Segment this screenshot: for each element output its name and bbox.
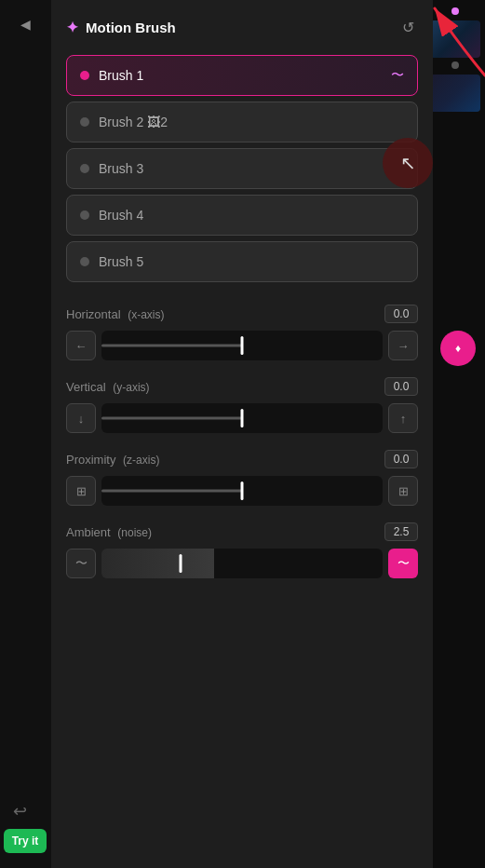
vertical-left-btn[interactable]: ↓ <box>66 403 96 433</box>
brush-left-5: Brush 5 <box>80 254 143 269</box>
proximity-fill <box>101 490 242 493</box>
brush-label-2: Brush 2 🖼2 <box>99 115 168 129</box>
vertical-value: 0.0 <box>384 377 418 396</box>
brush-left-1: Brush 1 <box>80 68 143 83</box>
horizontal-thumb <box>241 336 244 355</box>
vertical-label: Vertical (y-axis) <box>66 380 150 394</box>
vertical-label-row: Vertical (y-axis) 0.0 <box>66 377 418 396</box>
brush-label-4: Brush 4 <box>99 208 143 223</box>
undo-icon: ↩ <box>13 802 27 821</box>
right-panel <box>424 0 485 868</box>
pink-action-button[interactable]: ♦ <box>440 331 476 366</box>
horizontal-label: Horizontal (x-axis) <box>66 307 164 321</box>
vertical-slider[interactable] <box>101 403 383 433</box>
brush-dot-2 <box>80 117 89 127</box>
ambient-thumb <box>179 554 182 573</box>
brush-dot-1 <box>80 71 89 80</box>
ambient-label: Ambient (noise) <box>66 525 152 539</box>
reset-button[interactable]: ↺ <box>398 15 418 40</box>
thumb-dot-1 <box>451 7 459 15</box>
brush-left-4: Brush 4 <box>80 208 143 223</box>
proximity-left-icon: ⊞ <box>76 484 87 498</box>
brush-left-3: Brush 3 <box>80 161 143 176</box>
brush-waveform-icon-1: 〜 <box>391 67 404 84</box>
thumb-dot-2 <box>451 61 459 69</box>
horizontal-label-row: Horizontal (x-axis) 0.0 <box>66 305 418 323</box>
pink-action-icon: ♦ <box>455 342 461 355</box>
brush-label-3: Brush 3 <box>99 161 143 176</box>
proximity-label: Proximity (z-axis) <box>66 453 159 467</box>
brush-dot-3 <box>80 164 89 173</box>
horizontal-value: 0.0 <box>384 305 418 323</box>
cursor-icon: ↖ <box>400 152 416 174</box>
proximity-left-btn[interactable]: ⊞ <box>66 476 96 506</box>
ambient-slider-row: 〜 〜 <box>66 549 418 578</box>
try-it-button[interactable]: Try it <box>4 829 47 853</box>
proximity-thumb <box>241 481 244 500</box>
brush-label-5: Brush 5 <box>99 254 143 269</box>
panel-title-text: Motion Brush <box>86 20 176 35</box>
vertical-thumb <box>241 409 244 427</box>
vertical-right-icon: ↑ <box>400 412 407 426</box>
ambient-waveform-icon: 〜 <box>397 555 410 572</box>
ambient-waveform-btn[interactable]: 〜 <box>388 549 418 578</box>
ambient-slider[interactable] <box>101 549 383 578</box>
proximity-value: 0.0 <box>384 450 418 468</box>
proximity-label-row: Proximity (z-axis) 0.0 <box>66 450 418 468</box>
brush-item-3[interactable]: Brush 3 <box>66 148 418 189</box>
vertical-control: Vertical (y-axis) 0.0 ↓ ↑ <box>66 377 418 433</box>
brush-dot-5 <box>80 257 89 266</box>
brush-list: Brush 1 〜 Brush 2 🖼2 Brush 3 Brush 4 <box>66 55 418 282</box>
vertical-slider-row: ↓ ↑ <box>66 403 418 433</box>
thumbnail-2[interactable] <box>430 75 480 112</box>
horizontal-left-icon: ← <box>75 339 88 353</box>
main-panel: ✦ Motion Brush ↺ Brush 1 〜 Brush 2 🖼2 Br… <box>51 0 433 868</box>
horizontal-right-icon: → <box>397 339 410 353</box>
proximity-control: Proximity (z-axis) 0.0 ⊞ ⊞ <box>66 450 418 506</box>
horizontal-left-btn[interactable]: ← <box>66 331 96 360</box>
horizontal-fill <box>101 345 242 347</box>
undo-button[interactable]: ↩ <box>13 801 27 821</box>
left-sidebar: ◀ Try it ↩ <box>0 0 51 868</box>
brush-label-1: Brush 1 <box>99 68 143 83</box>
horizontal-slider-row: ← → <box>66 331 418 360</box>
brush-item-5[interactable]: Brush 5 <box>66 241 418 282</box>
cursor-overlay: ↖ <box>383 138 433 188</box>
motion-brush-icon: ✦ <box>66 19 78 36</box>
proximity-right-icon: ⊞ <box>398 484 409 498</box>
ambient-left-btn[interactable]: 〜 <box>66 549 96 578</box>
proximity-slider-row: ⊞ ⊞ <box>66 476 418 506</box>
horizontal-control: Horizontal (x-axis) 0.0 ← → <box>66 305 418 360</box>
panel-header: ✦ Motion Brush ↺ <box>66 15 418 40</box>
vertical-fill <box>101 417 242 420</box>
ambient-value: 2.5 <box>384 522 418 541</box>
vertical-left-icon: ↓ <box>78 412 85 426</box>
proximity-right-btn[interactable]: ⊞ <box>388 476 418 506</box>
brush-item-4[interactable]: Brush 4 <box>66 195 418 236</box>
brush-left-2: Brush 2 🖼2 <box>80 115 168 129</box>
horizontal-slider[interactable] <box>101 331 383 360</box>
brush-item-2[interactable]: Brush 2 🖼2 <box>66 102 418 142</box>
ambient-control: Ambient (noise) 2.5 〜 〜 <box>66 522 418 578</box>
horizontal-right-btn[interactable]: → <box>388 331 418 360</box>
collapse-button[interactable]: ◀ <box>11 9 41 39</box>
brush-item-1[interactable]: Brush 1 〜 <box>66 55 418 96</box>
thumbnail-1[interactable] <box>430 20 480 58</box>
collapse-icon: ◀ <box>20 17 31 32</box>
proximity-slider[interactable] <box>101 476 383 506</box>
vertical-right-btn[interactable]: ↑ <box>388 403 418 433</box>
ambient-left-icon: 〜 <box>75 555 88 572</box>
ambient-label-row: Ambient (noise) 2.5 <box>66 522 418 541</box>
brush-dot-4 <box>80 210 89 220</box>
panel-title: ✦ Motion Brush <box>66 19 176 36</box>
